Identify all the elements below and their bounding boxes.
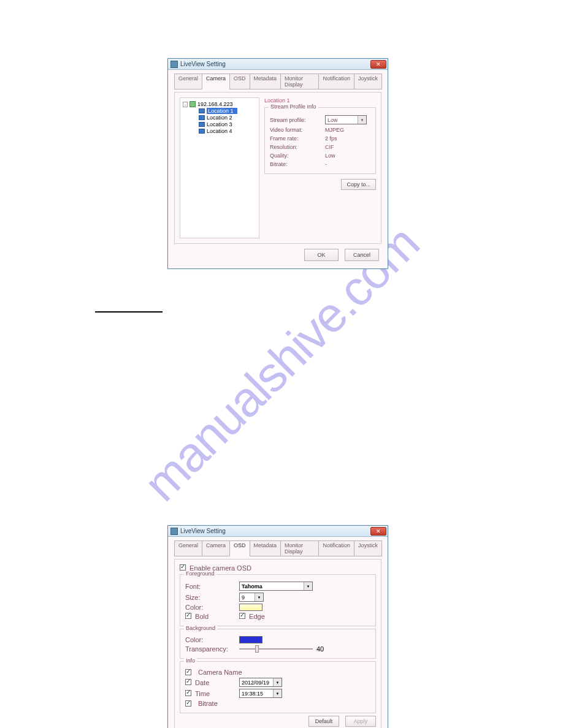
tab-monitor-display[interactable]: Monitor Display — [280, 74, 319, 89]
tab-notification[interactable]: Notification — [318, 74, 354, 89]
tab-osd[interactable]: OSD — [229, 74, 250, 89]
tree-item-label: Location 4 — [207, 128, 232, 134]
divider-underline — [95, 311, 163, 313]
bold-checkbox[interactable] — [185, 613, 191, 619]
titlebar[interactable]: LiveView Setting ✕ — [168, 59, 388, 70]
device-icon — [190, 101, 196, 107]
copy-to-button[interactable]: Copy to... — [341, 179, 376, 190]
transparency-label: Transparency: — [185, 645, 234, 653]
frame-rate-value: 2 fps — [325, 135, 370, 142]
tab-metadata[interactable]: Metadata — [250, 74, 282, 89]
video-format-label: Video format: — [270, 127, 323, 133]
time-checkbox[interactable] — [185, 690, 191, 696]
tree-item-location2[interactable]: Location 2 — [182, 115, 258, 121]
bitrate-value: - — [325, 161, 370, 167]
time-format-select[interactable]: 19:38:15 ▼ — [239, 689, 282, 698]
time-format-value: 19:38:15 — [242, 691, 263, 697]
font-select[interactable]: Tahoma ▼ — [239, 582, 313, 591]
titlebar[interactable]: LiveView Setting ✕ — [168, 526, 388, 537]
liveview-dialog-camera: LiveView Setting ✕ General Camera OSD Me… — [167, 58, 388, 269]
collapse-icon[interactable]: - — [183, 102, 188, 107]
quality-label: Quality: — [270, 153, 323, 159]
tab-joystick[interactable]: Joystick — [354, 540, 382, 556]
font-value: Tahoma — [242, 583, 262, 590]
chevron-down-icon[interactable]: ▼ — [358, 116, 366, 124]
bitrate-checkbox[interactable] — [185, 700, 191, 707]
size-label: Size: — [185, 594, 234, 601]
stream-profile-select[interactable]: Low ▼ — [325, 115, 367, 124]
bitrate-label: Bitrate: — [270, 161, 323, 167]
tree-item-location3[interactable]: Location 3 — [182, 121, 258, 127]
apply-button[interactable]: Apply — [345, 716, 376, 727]
info-group: Info Camera Name Date 2012/09/19 — [180, 661, 376, 713]
tab-osd[interactable]: OSD — [229, 540, 250, 556]
tab-camera[interactable]: Camera — [202, 540, 230, 556]
folder-icon — [199, 108, 205, 113]
close-icon[interactable]: ✕ — [370, 527, 386, 536]
tree-item-label: Location 1 — [207, 108, 237, 114]
tab-metadata[interactable]: Metadata — [250, 540, 282, 556]
tree-item-location4[interactable]: Location 4 — [182, 128, 258, 134]
tree-root-label: 192.168.4.223 — [197, 101, 233, 107]
tab-notification[interactable]: Notification — [318, 540, 354, 556]
bitrate-label: Bitrate — [198, 700, 218, 707]
date-label: Date — [195, 679, 209, 686]
quality-value: Low — [325, 153, 370, 159]
camera-name-checkbox[interactable] — [185, 669, 191, 675]
ok-button[interactable]: OK — [304, 249, 339, 261]
time-label: Time — [195, 690, 210, 697]
close-icon[interactable]: ✕ — [370, 60, 386, 69]
tree-item-label: Location 3 — [207, 121, 232, 127]
background-group: Background Color: Transparency: 40 — [180, 629, 376, 659]
fg-color-swatch[interactable] — [239, 604, 262, 611]
chevron-down-icon[interactable]: ▼ — [255, 593, 263, 601]
edge-checkbox[interactable] — [239, 613, 245, 619]
default-button[interactable]: Default — [308, 716, 339, 727]
tab-monitor-display[interactable]: Monitor Display — [280, 540, 319, 556]
frame-rate-label: Frame rate: — [270, 135, 323, 142]
date-checkbox[interactable] — [185, 679, 191, 685]
device-tree[interactable]: - 192.168.4.223 Location 1 Location 2 — [180, 97, 259, 238]
tab-camera[interactable]: Camera — [202, 74, 230, 89]
cancel-button[interactable]: Cancel — [345, 249, 379, 261]
tree-root[interactable]: - 192.168.4.223 — [182, 101, 258, 107]
location-heading: Location 1 — [264, 97, 376, 104]
date-format-select[interactable]: 2012/09/19 ▼ — [239, 678, 282, 687]
video-format-value: MJPEG — [325, 127, 370, 133]
slider-thumb[interactable] — [255, 645, 259, 653]
resolution-label: Resolution: — [270, 144, 323, 150]
folder-icon — [199, 129, 205, 134]
font-label: Font: — [185, 583, 234, 590]
window-title: LiveView Setting — [180, 61, 226, 67]
edge-label: Edge — [249, 613, 265, 620]
stream-profile-label: Stream profile: — [270, 117, 323, 123]
bg-color-label: Color: — [185, 636, 234, 643]
tab-general[interactable]: General — [174, 540, 202, 556]
stream-profile-value: Low — [327, 117, 338, 123]
foreground-group: Foreground Font: Tahoma ▼ Size: 9 — [180, 574, 376, 626]
enable-osd-checkbox[interactable] — [180, 564, 186, 571]
folder-icon — [199, 115, 205, 120]
tab-general[interactable]: General — [174, 74, 202, 89]
app-icon — [170, 528, 178, 535]
bold-label: Bold — [195, 613, 209, 620]
tab-joystick[interactable]: Joystick — [354, 74, 382, 89]
transparency-slider[interactable] — [239, 648, 313, 650]
camera-name-label: Camera Name — [198, 669, 242, 676]
group-title: Info — [184, 658, 197, 664]
chevron-down-icon[interactable]: ▼ — [273, 678, 282, 686]
chevron-down-icon[interactable]: ▼ — [304, 582, 312, 590]
group-title: Stream Profile Info — [269, 104, 318, 110]
transparency-value: 40 — [316, 645, 324, 653]
bg-color-swatch[interactable] — [239, 636, 262, 643]
tree-item-label: Location 2 — [207, 115, 232, 121]
tree-item-location1[interactable]: Location 1 — [182, 108, 258, 114]
app-icon — [170, 61, 178, 68]
stream-profile-info-group: Stream Profile Info Stream profile: Low … — [264, 107, 376, 174]
chevron-down-icon[interactable]: ▼ — [273, 689, 282, 697]
group-title: Background — [184, 625, 217, 631]
liveview-dialog-osd: LiveView Setting ✕ General Camera OSD Me… — [167, 525, 388, 728]
size-value: 9 — [242, 594, 245, 601]
size-select[interactable]: 9 ▼ — [239, 593, 264, 602]
folder-icon — [199, 122, 205, 127]
